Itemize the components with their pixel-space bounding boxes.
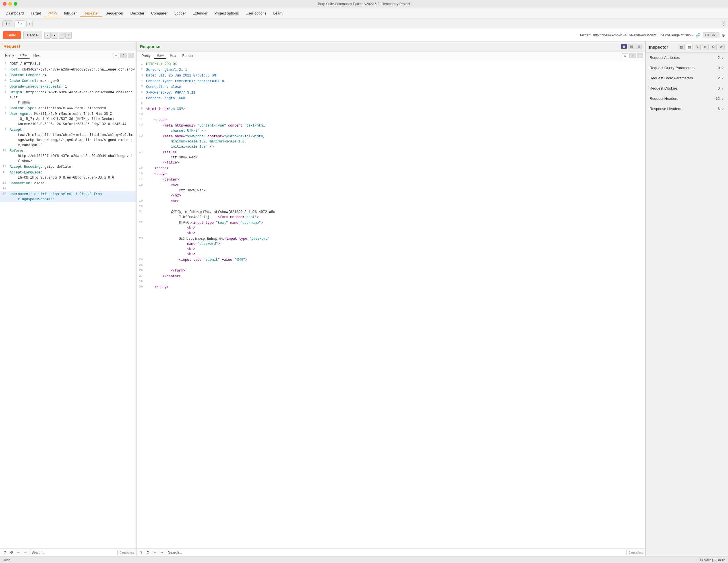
http-version-badge[interactable]: HTTP/1 xyxy=(703,32,719,38)
req-back-icon[interactable]: ← xyxy=(16,550,21,555)
tab-2[interactable]: 2 × xyxy=(15,20,26,27)
res-line-25: 25 xyxy=(137,263,645,268)
menu-dashboard[interactable]: Dashboard xyxy=(2,9,27,17)
res-back-icon[interactable]: ← xyxy=(152,550,158,555)
inspector-count-request-cookies: 0 ∨ xyxy=(718,86,724,90)
close-button[interactable] xyxy=(3,2,7,6)
res-line-19: 19 <hr> xyxy=(137,198,645,204)
request-tab-raw[interactable]: Raw xyxy=(17,52,30,59)
menu-sequencer[interactable]: Sequencer xyxy=(102,9,127,17)
req-line-9: 9 Accept: text/html,application/xhtml+xm… xyxy=(0,127,136,148)
window-controls xyxy=(3,2,17,6)
inspector-row-request-attributes[interactable]: Request Attributes 2 ∨ xyxy=(646,53,728,63)
req-line-8: 8 User-Agent: Mozilla/5.0 (Macintosh; In… xyxy=(0,111,136,127)
inspector-row-request-query[interactable]: Request Query Parameters 0 ∨ xyxy=(646,63,728,73)
req-line-15: 15 username=1' or 1=1 union select 1,fla… xyxy=(0,191,136,202)
nav-prev-button[interactable]: ‹ xyxy=(44,32,51,39)
req-settings-icon[interactable]: ⚙ xyxy=(9,550,14,555)
inspector-settings-icon[interactable]: ⚙ xyxy=(710,44,717,50)
res-line-4: 4 Content-Type: text/html; charset=UTF-8 xyxy=(137,78,645,84)
res-settings-icon[interactable]: ⚙ xyxy=(146,550,151,555)
new-tab-button[interactable]: + xyxy=(26,21,33,27)
response-search-input[interactable] xyxy=(166,550,627,555)
link-icon[interactable]: 🔗 xyxy=(696,33,700,38)
req-line-7: 7 Content-Type: application/x-www-form-u… xyxy=(0,105,136,111)
resp-tab-icon-3[interactable]: ⋮ xyxy=(637,53,643,58)
inspector-row-request-cookies[interactable]: Request Cookies 0 ∨ xyxy=(646,83,728,94)
tab-1-label: 1 xyxy=(5,22,7,26)
inspector-count-request-query: 0 ∨ xyxy=(718,66,724,70)
res-line-3: 3 Date: Sat, 25 Jun 2022 07:01:33 GMT xyxy=(137,73,645,78)
nav-next-button[interactable]: › xyxy=(59,32,65,39)
inspector-rows: Request Attributes 2 ∨ Request Query Par… xyxy=(646,53,728,114)
response-tab-render[interactable]: Render xyxy=(179,53,196,59)
inspector-label-response-headers: Response Headers xyxy=(650,107,681,111)
request-bottom-bar: ? ⚙ ← → 0 matches xyxy=(0,548,136,556)
request-panel: Request Pretty Raw Hex ≡ ¶ ⋮ 1 POST / HT… xyxy=(0,42,137,556)
send-button[interactable]: Send xyxy=(3,31,21,39)
inspector-title: Inspector xyxy=(649,45,668,49)
chevron-down-icon-2: ∨ xyxy=(721,66,724,70)
req-line-11: 11 Accept-Encoding: gzip, deflate xyxy=(0,164,136,170)
request-view-icon-1[interactable]: ≡ xyxy=(113,53,119,58)
inspector-row-response-headers[interactable]: Response Headers 6 ∨ xyxy=(646,104,728,114)
inspector-sort-icon[interactable]: ⇅ xyxy=(694,44,701,50)
nav-next2-button[interactable]: › xyxy=(65,32,72,39)
resp-tab-icon-1[interactable]: ≡ xyxy=(622,53,628,58)
tab-overflow[interactable]: ⋮ xyxy=(721,21,726,26)
menu-intruder[interactable]: Intruder xyxy=(61,9,80,17)
req-help-icon[interactable]: ? xyxy=(2,550,7,555)
tab-2-close[interactable]: × xyxy=(20,22,22,25)
inspector-expand-icon[interactable]: ⇔ xyxy=(702,44,709,50)
inspector-row-request-headers[interactable]: Request Headers 12 ∨ xyxy=(646,94,728,104)
res-help-icon[interactable]: ? xyxy=(139,550,144,555)
tab-1-close[interactable]: × xyxy=(9,22,10,25)
menu-user-options[interactable]: User options xyxy=(242,9,270,17)
res-line-9: 9 <html lang="zh-CN"> xyxy=(137,106,645,112)
menu-logger[interactable]: Logger xyxy=(171,9,189,17)
menu-proxy[interactable]: Proxy xyxy=(44,9,61,17)
request-tab-hex[interactable]: Hex xyxy=(30,53,42,58)
res-forward-icon[interactable]: → xyxy=(159,550,164,555)
nav-buttons: ‹ ▾ › › xyxy=(44,32,72,39)
minimize-button[interactable] xyxy=(8,2,12,6)
menu-project-options[interactable]: Project options xyxy=(211,9,242,17)
request-search-input[interactable] xyxy=(30,550,118,555)
resp-view-icon-3[interactable]: ▥ xyxy=(636,44,642,49)
response-tab-hex[interactable]: Hex xyxy=(167,53,179,59)
tab-1[interactable]: 1 × xyxy=(2,20,13,27)
request-tab-pretty[interactable]: Pretty xyxy=(2,53,17,58)
req-line-3: 3 Content-Length: 64 xyxy=(0,73,136,78)
menu-learn[interactable]: Learn xyxy=(270,9,286,17)
response-tabs: Pretty Raw Hex Render ≡ ¶ ⋮ xyxy=(137,51,645,60)
inspector-grid-icon[interactable]: ▤ xyxy=(678,44,685,50)
inspector-list-icon[interactable]: ▦ xyxy=(686,44,693,50)
menu-target[interactable]: Target xyxy=(27,9,44,17)
menu-comparer[interactable]: Comparer xyxy=(148,9,171,17)
menu-repeater[interactable]: Repeater xyxy=(80,9,102,17)
inspector-close-icon[interactable]: ✕ xyxy=(718,44,725,50)
request-view-icon-3[interactable]: ⋮ xyxy=(128,53,134,58)
resp-tab-icon-2[interactable]: ¶ xyxy=(629,53,636,58)
nav-down-button[interactable]: ▾ xyxy=(51,32,58,39)
req-forward-icon[interactable]: → xyxy=(23,550,28,555)
resp-view-icon-1[interactable]: ▦ xyxy=(621,44,627,49)
req-line-1: 1 POST / HTTP/1.1 xyxy=(0,61,136,67)
request-tab-icons: ≡ ¶ ⋮ xyxy=(113,53,134,58)
request-view-icon-2[interactable]: ¶ xyxy=(120,53,127,58)
main-content: Request Pretty Raw Hex ≡ ¶ ⋮ 1 POST / HT… xyxy=(0,42,728,556)
req-line-5: 5 Upgrade-Insecure-Requests: 1 xyxy=(0,84,136,90)
chevron-down-icon-5: ∨ xyxy=(721,97,724,101)
maximize-button[interactable] xyxy=(14,2,17,6)
response-tab-raw[interactable]: Raw xyxy=(154,53,166,59)
inspector-label-request-headers: Request Headers xyxy=(650,96,678,101)
response-tab-pretty[interactable]: Pretty xyxy=(139,53,153,59)
menu-extender[interactable]: Extender xyxy=(189,9,211,17)
help-icon[interactable]: ⊙ xyxy=(722,33,725,38)
menu-decoder[interactable]: Decoder xyxy=(127,9,148,17)
req-line-14: 14 xyxy=(0,186,136,191)
window-title: Burp Suite Community Edition v2022.5.2 -… xyxy=(318,2,410,6)
resp-view-icon-2[interactable]: ▤ xyxy=(628,44,634,49)
inspector-row-request-body[interactable]: Request Body Parameters 2 ∨ xyxy=(646,73,728,83)
cancel-button[interactable]: Cancel xyxy=(23,31,42,39)
